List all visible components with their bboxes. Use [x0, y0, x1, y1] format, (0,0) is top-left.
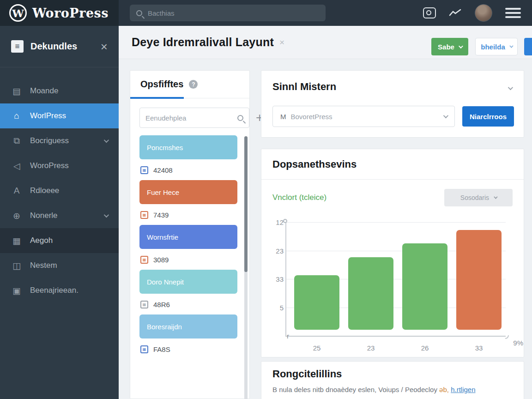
count-value: 7439: [153, 211, 169, 219]
footer-card-title: Rongcitelillins: [261, 362, 524, 380]
scrollbar-track[interactable]: [244, 136, 248, 399]
sidebar-item-label: Nestem: [30, 261, 57, 270]
press-select[interactable]: M BovoretPress: [272, 106, 455, 127]
chart-legend-row: Vnclort (tcleice) Sosodaris: [261, 180, 524, 206]
footer-text-body: B nula deles nitb dnoaèdey eslen, Voiups…: [272, 386, 437, 393]
list-item-count[interactable]: ▦ FA8S: [139, 339, 237, 359]
gridline: [286, 222, 506, 223]
legend-link[interactable]: Vnclort (tcleice): [272, 193, 326, 202]
sidebar-item-label: Nonerle: [30, 211, 58, 220]
tab-opsfifftes[interactable]: Opsfifftes: [140, 79, 183, 90]
list-item-card[interactable]: Fuer Hece: [139, 180, 237, 204]
briefcase-icon: ▣: [11, 285, 22, 296]
search-icon: [237, 115, 243, 121]
y-axis-tick: 12: [272, 218, 284, 226]
sidebar-item-beenajrieean[interactable]: ▣ Beenajrieean.: [0, 278, 119, 303]
brand: W WoroPress: [0, 0, 119, 26]
sidebar-item-label: Bocriguess: [30, 136, 69, 145]
camera-icon[interactable]: [423, 7, 436, 18]
y-axis-tick: 23: [272, 247, 284, 255]
list-item-count[interactable]: ▦ 48R6: [139, 294, 237, 314]
close-icon[interactable]: ×: [279, 37, 284, 48]
panel-tab-row: Opsfifftes ?: [130, 71, 249, 98]
y-axis-tick: r: [278, 332, 289, 340]
footer-link[interactable]: h.rtligen: [451, 386, 475, 393]
sidebar: ≡ Dekundles × ▤ Moande ⌂ WorlPress ⧉ Boc…: [0, 26, 119, 399]
bar: [402, 243, 447, 330]
sidebar-item-moande[interactable]: ▤ Moande: [0, 79, 119, 103]
chevron-down-icon: [459, 44, 463, 48]
bar-column: 26: [402, 243, 447, 330]
bar-chart: 12 23 33 5 r 25 23: [272, 222, 506, 337]
sidebar-item-label: Beenajrieean.: [30, 286, 79, 295]
info-badge-icon[interactable]: ?: [189, 80, 198, 89]
list-item-count[interactable]: ▦ 42408: [139, 159, 237, 180]
screen: W WoroPress ≡ Dekundles × ▤ Moande: [0, 0, 532, 399]
global-search[interactable]: [130, 5, 326, 21]
active-tab-indicator: [130, 97, 184, 99]
list-item-count[interactable]: ▦ 7439: [139, 204, 237, 225]
sidebar-item-aegoh[interactable]: ▦ Aegoh: [0, 228, 119, 253]
scrollbar-thumb[interactable]: [244, 136, 248, 272]
megaphone-icon: ◁: [11, 161, 22, 171]
trend-icon[interactable]: [449, 8, 462, 18]
chevron-down-icon: [494, 195, 497, 199]
chevron-down-icon: [104, 138, 109, 143]
bar: [348, 257, 393, 330]
dropdown-label: Sosodaris: [460, 194, 489, 201]
list-item-label: Wornsfrtie: [147, 233, 178, 241]
x-axis-tick: 33: [475, 344, 483, 352]
sidebar-item-label: Aegoh: [30, 236, 53, 245]
selector-card-title: Sinnl Mistern: [272, 81, 336, 93]
global-search-input[interactable]: [148, 9, 319, 17]
footer-text-accent: ǝb,: [439, 386, 449, 393]
y-axis-tick: 33: [272, 275, 284, 283]
select-prefix: M: [280, 113, 286, 121]
sidebar-item-rdloeee[interactable]: A Rdloeee: [0, 178, 119, 203]
list-item-card[interactable]: Boresraijdn: [139, 314, 237, 339]
footer-card: Rongcitelillins B nula deles nitb dnoaèd…: [261, 361, 524, 399]
sidebar-item-nestem[interactable]: ◫ Nestem: [0, 253, 119, 278]
primary-action-button[interactable]: Niarclrroos: [462, 106, 514, 127]
menu-icon[interactable]: [505, 8, 521, 18]
collapse-chevron-icon[interactable]: [508, 84, 512, 92]
building-icon: ◫: [11, 260, 22, 271]
list-item-card[interactable]: Poncmshes: [139, 135, 237, 159]
sidebar-item-label: Rdloeee: [30, 186, 59, 195]
add-button-partial[interactable]: [524, 38, 532, 55]
options-panel: Opsfifftes ? + Poncmshes ▦ 42408: [130, 70, 250, 399]
footer-text: B nula deles nitb dnoaèdey eslen, Voiups…: [261, 380, 524, 393]
sidebar-item-nonerle[interactable]: ⊕ Nonerle: [0, 203, 119, 228]
x-axis-tick: 25: [313, 344, 321, 352]
chart-range-dropdown[interactable]: Sosodaris: [444, 189, 513, 206]
bar-column: 23: [348, 257, 393, 330]
chart-card: Dopsanethsevins Vnclort (tcleice) Sosoda…: [261, 149, 524, 357]
list-item-label: Boresraijdn: [147, 323, 182, 331]
x-axis-end-label: 9%: [513, 339, 523, 347]
topbar: W WoroPress: [0, 0, 532, 26]
store-icon: ▦: [11, 236, 22, 246]
sidebar-item-woropress[interactable]: ◁ WoroPress: [0, 153, 119, 178]
save-button[interactable]: Sabe: [431, 38, 468, 55]
panel-search[interactable]: [139, 108, 249, 128]
count-value: 42408: [153, 166, 173, 174]
sidebar-item-label: Moande: [30, 86, 58, 96]
page-title: Deye Idremralivall Layunt: [132, 36, 274, 49]
sidebar-header: ≡ Dekundles ×: [0, 26, 119, 67]
avatar[interactable]: [475, 4, 492, 22]
sidebar-item-worlpress[interactable]: ⌂ WorlPress: [0, 103, 119, 128]
axis-end-hook: [505, 335, 509, 339]
sidebar-item-label: WoroPress: [30, 161, 69, 170]
sidebar-close-icon[interactable]: ×: [101, 41, 108, 53]
document-icon: ≡: [11, 40, 24, 53]
secondary-button[interactable]: bheilda: [475, 38, 518, 55]
checkbox-icon: ▦: [140, 211, 148, 219]
pages-icon: ⧉: [11, 136, 22, 146]
sidebar-item-bocriguess[interactable]: ⧉ Bocriguess: [0, 128, 119, 153]
list-item-card[interactable]: Doro Nnepit: [139, 270, 237, 294]
home-icon: ⌂: [11, 111, 22, 121]
chevron-down-icon: [443, 113, 448, 118]
panel-search-input[interactable]: [145, 114, 237, 122]
list-item-count[interactable]: ▦ 3089: [139, 249, 237, 270]
list-item-card[interactable]: Wornsfrtie: [139, 225, 237, 249]
